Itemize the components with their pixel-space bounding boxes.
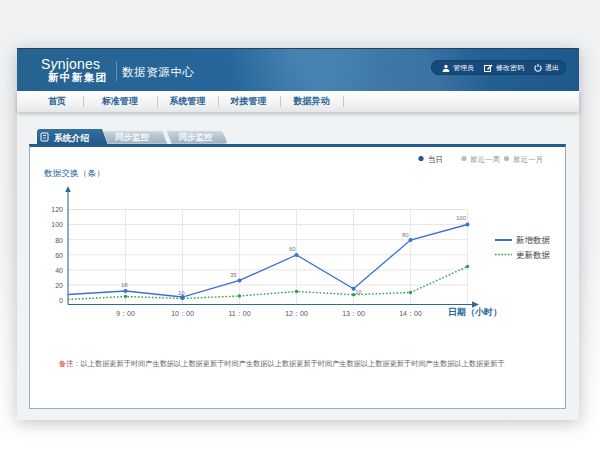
svg-text:同步监控: 同步监控 [115,132,150,142]
svg-text:100: 100 [456,215,467,221]
svg-text:系统介绍: 系统介绍 [53,133,89,143]
svg-text:同步监控: 同步监控 [179,132,214,142]
svg-text:更新数据: 更新数据 [516,250,551,260]
svg-text:20: 20 [55,282,63,289]
svg-text:13：00: 13：00 [342,310,365,317]
svg-text:新增数据: 新增数据 [516,235,551,245]
svg-text:60: 60 [289,246,296,252]
svg-text:80: 80 [402,232,409,238]
svg-text:0: 0 [59,297,63,304]
svg-text:35: 35 [230,272,237,278]
svg-text:10: 10 [355,289,362,295]
svg-text:18: 18 [121,282,128,288]
svg-text:100: 100 [51,221,63,228]
svg-text:11：00: 11：00 [228,310,250,317]
svg-text:60: 60 [55,252,63,259]
svg-text:数据交换（条）: 数据交换（条） [44,168,105,178]
svg-text:当日: 当日 [428,155,443,164]
svg-text:120: 120 [51,206,63,213]
svg-text:最近一月: 最近一月 [513,155,543,164]
svg-text:40: 40 [55,267,63,274]
svg-text:10：00: 10：00 [171,310,194,317]
svg-text:14：00: 14：00 [399,310,422,317]
svg-text:最近一周: 最近一周 [470,155,500,164]
svg-text:12：00: 12：00 [285,310,308,317]
svg-text:9：00: 9：00 [116,310,135,317]
svg-text:10: 10 [178,290,185,296]
svg-text:80: 80 [55,237,63,244]
svg-text:日期（小时）: 日期（小时） [448,307,502,317]
